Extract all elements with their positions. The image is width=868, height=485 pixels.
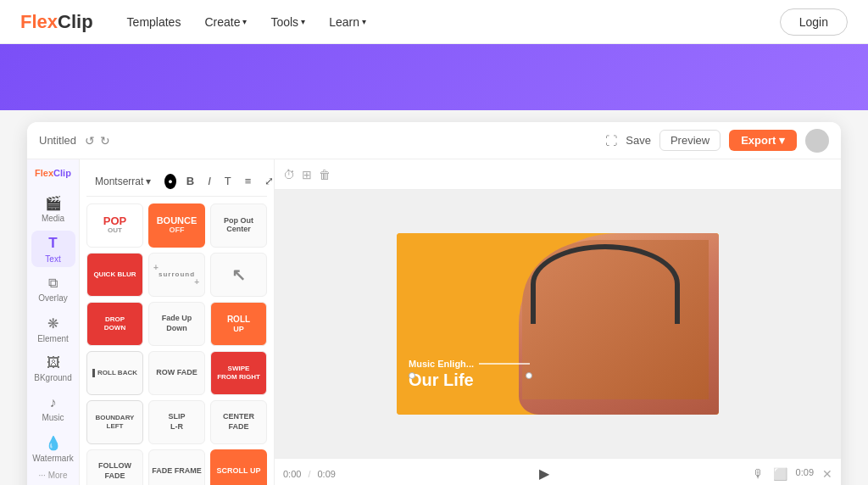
screen-icon[interactable]: ⬜ — [773, 467, 787, 481]
text-icon: T — [48, 235, 57, 252]
editor-container: Untitled ↺ ↻ ⛶ Save Preview Export ▾ Fle… — [27, 122, 841, 485]
playback-icons: 🎙 ⬜ 0:09 ✕ — [753, 467, 832, 481]
anim-fade-up-down[interactable]: Fade Up Down — [148, 302, 205, 346]
anim-fade-frame[interactable]: FADE FRAME — [148, 449, 205, 485]
selection-handle — [409, 372, 415, 379]
sidebar-label-text: Text — [45, 254, 60, 264]
play-button[interactable]: ▶ — [539, 465, 549, 482]
toolbar-icon-delete[interactable]: 🗑 — [319, 168, 331, 181]
sidebar-label-overlay: Overlay — [38, 293, 67, 303]
canvas-viewport: ‹ Music Enligh... — [275, 190, 841, 458]
login-button[interactable]: Login — [780, 8, 848, 36]
anim-scroll-up[interactable]: SCROLL UP — [210, 449, 267, 485]
export-button[interactable]: Export ▾ — [729, 130, 797, 151]
link-button[interactable]: ⤢ — [261, 173, 275, 189]
sidebar-logo: FlexClip — [35, 168, 71, 179]
nav-right: Login — [780, 8, 848, 36]
video-canvas: Music Enligh... Our Life — [397, 233, 719, 415]
font-selector[interactable]: Montserrat ▾ — [95, 176, 151, 187]
sidebar-more[interactable]: ··· More — [39, 471, 68, 480]
sidebar-label-element: Element — [37, 334, 69, 343]
sidebar-item-media[interactable]: 🎬 Media — [31, 191, 75, 227]
chevron-down-icon: ▾ — [242, 17, 247, 26]
time-total: 0:09 — [317, 469, 335, 479]
sidebar-item-overlay[interactable]: ⧉ Overlay — [31, 270, 75, 307]
media-icon: 🎬 — [45, 195, 62, 211]
text-style-button[interactable]: T — [221, 173, 235, 189]
time-end: 0:09 — [796, 467, 814, 481]
chevron-down-icon: ▾ — [146, 176, 151, 187]
editor-title: Untitled — [39, 134, 76, 147]
canvas-area: ⏱ ⊞ 🗑 ‹ — [275, 159, 841, 485]
toolbar-icon-grid[interactable]: ⊞ — [302, 168, 312, 181]
anim-pop-out-center[interactable]: Pop Out Center — [210, 203, 267, 248]
sidebar-label-media: Media — [42, 214, 64, 223]
sidebar-item-watermark[interactable]: 💧 Watermark — [31, 431, 75, 467]
anim-cursor[interactable]: ↖ — [210, 253, 267, 297]
chevron-down-icon: ▾ — [301, 17, 305, 26]
align-button[interactable]: ≡ — [242, 173, 255, 189]
nav-templates[interactable]: Templates — [127, 15, 181, 29]
sidebar-label-watermark: Watermark — [32, 454, 74, 463]
sidebar-item-music[interactable]: ♪ Music — [31, 391, 75, 427]
save-button[interactable]: Save — [626, 134, 651, 147]
hero-banner — [0, 44, 868, 110]
nav-tools[interactable]: Tools ▾ — [270, 15, 305, 29]
topbar-icons: ⛶ — [605, 134, 617, 148]
nav-learn[interactable]: Learn ▾ — [329, 15, 366, 29]
anim-pop[interactable]: POP OUT — [86, 203, 143, 248]
anim-drop-down[interactable]: DROP DOWN — [86, 302, 143, 346]
canvas-toolbar: ⏱ ⊞ 🗑 — [275, 159, 841, 190]
watermark-icon: 💧 — [45, 435, 62, 451]
sidebar-item-element[interactable]: ❋ Element — [31, 311, 75, 348]
music-icon: ♪ — [50, 395, 57, 410]
anim-slip-lr[interactable]: SLIP L-R — [148, 400, 205, 444]
overlay-icon: ⧉ — [48, 276, 58, 291]
anim-boundary-left[interactable]: BOUNDARY LEFT — [86, 400, 143, 444]
italic-button[interactable]: I — [204, 173, 214, 189]
left-sidebar: FlexClip 🎬 Media T Text ⧉ Overlay ❋ Elem… — [27, 159, 80, 485]
chevron-down-icon: ▾ — [362, 17, 366, 26]
text-animations-panel: Montserrat ▾ ● B I T ≡ ⤢ POP OU — [80, 159, 275, 485]
logo[interactable]: FlexClip — [20, 11, 93, 33]
toolbar-icon-clock[interactable]: ⏱ — [283, 168, 295, 181]
user-avatar[interactable] — [805, 129, 829, 153]
nav-create[interactable]: Create ▾ — [204, 15, 247, 29]
redo-button[interactable]: ↻ — [100, 134, 110, 148]
animation-grid: POP OUT BOUNCE OFF Pop Out Center QUICK … — [86, 203, 267, 485]
bkground-icon: 🖼 — [47, 355, 60, 371]
text-toolbar: Montserrat ▾ ● B I T ≡ ⤢ — [86, 166, 267, 197]
color-button[interactable]: ● — [164, 174, 175, 189]
anim-roll-back[interactable]: ROLL BACK — [86, 351, 143, 395]
editor-wrapper: Untitled ↺ ↻ ⛶ Save Preview Export ▾ Fle… — [0, 110, 868, 485]
element-icon: ❋ — [47, 315, 58, 332]
undo-button[interactable]: ↺ — [85, 134, 95, 148]
anim-quick-blur[interactable]: QUICK BLUR — [86, 253, 143, 297]
nav-links: Templates Create ▾ Tools ▾ Learn ▾ — [127, 15, 780, 29]
selection-handle — [526, 372, 532, 379]
editor-topbar: Untitled ↺ ↻ ⛶ Save Preview Export ▾ — [27, 122, 841, 159]
anim-bounce-off[interactable]: BOUNCE OFF — [148, 203, 205, 248]
time-current: 0:00 — [283, 469, 301, 479]
sidebar-item-bkground[interactable]: 🖼 BKground — [31, 351, 75, 387]
sidebar-label-bkground: BKground — [34, 373, 71, 382]
anim-center-fade[interactable]: CENTER FADE — [210, 400, 267, 444]
sidebar-item-text[interactable]: T Text — [31, 231, 75, 267]
anim-row-fade[interactable]: ROW FADE — [148, 351, 205, 395]
anim-swipe-right[interactable]: SWIPE FROM RIGHT — [210, 351, 267, 395]
canvas-text-line1: Music Enligh... — [409, 359, 474, 369]
anim-roll-up[interactable]: ROLL UP — [210, 302, 267, 346]
bold-button[interactable]: B — [183, 173, 198, 189]
close-icon[interactable]: ✕ — [822, 467, 832, 481]
anim-surround[interactable]: + surround + — [148, 253, 205, 297]
fullscreen-icon[interactable]: ⛶ — [605, 134, 617, 148]
preview-button[interactable]: Preview — [659, 130, 721, 151]
sidebar-label-music: Music — [42, 413, 64, 422]
undo-redo-controls: ↺ ↻ — [85, 134, 110, 148]
playback-bar: 0:00 / 0:09 ▶ 🎙 ⬜ 0:09 ✕ — [275, 458, 841, 485]
editor-main: FlexClip 🎬 Media T Text ⧉ Overlay ❋ Elem… — [27, 159, 841, 485]
mic-icon[interactable]: 🎙 — [753, 467, 765, 481]
top-navigation: FlexClip Templates Create ▾ Tools ▾ Lear… — [0, 0, 868, 44]
anim-follow-fade[interactable]: FOLLOW FADE — [86, 449, 143, 485]
